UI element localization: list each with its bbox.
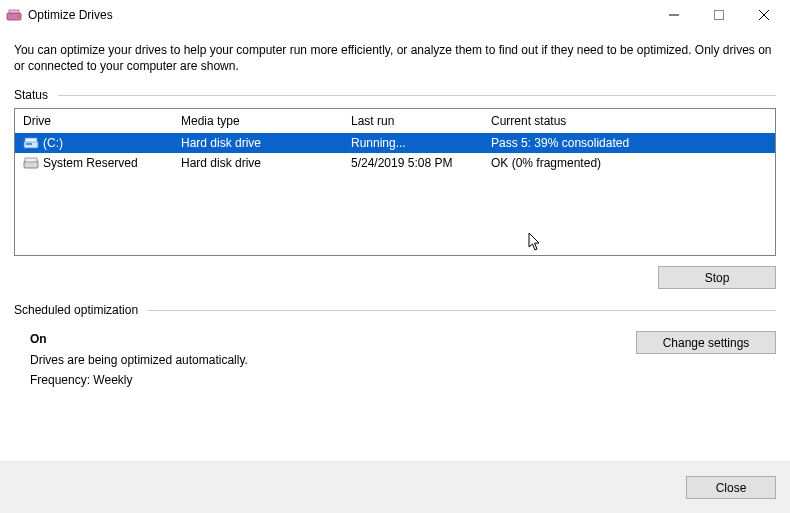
cell-status: OK (0% fragmented) xyxy=(489,154,771,172)
close-button[interactable] xyxy=(741,0,786,30)
minimize-button[interactable] xyxy=(651,0,696,30)
cell-status: Pass 5: 39% consolidated xyxy=(489,134,771,152)
svg-point-2 xyxy=(17,16,19,18)
cell-lastrun: Running... xyxy=(349,134,489,152)
window-title: Optimize Drives xyxy=(28,8,113,22)
titlebar: Optimize Drives xyxy=(0,0,790,30)
app-icon xyxy=(6,7,22,23)
maximize-button[interactable] xyxy=(696,0,741,30)
cell-drive: (C:) xyxy=(43,136,63,150)
status-section-header: Status xyxy=(14,88,776,102)
col-header-status[interactable]: Current status xyxy=(489,110,771,132)
table-row[interactable]: (C:) Hard disk drive Running... Pass 5: … xyxy=(15,133,775,153)
drives-listview[interactable]: Drive Media type Last run Current status… xyxy=(14,108,776,256)
cell-lastrun: 5/24/2019 5:08 PM xyxy=(349,154,489,172)
scheduled-section-header: Scheduled optimization xyxy=(14,303,776,317)
cell-media: Hard disk drive xyxy=(179,134,349,152)
scheduled-text: On Drives are being optimized automatica… xyxy=(30,329,636,390)
svg-rect-9 xyxy=(26,143,32,145)
scheduled-body: On Drives are being optimized automatica… xyxy=(14,323,776,390)
drive-icon xyxy=(23,156,39,170)
stop-button[interactable]: Stop xyxy=(658,266,776,289)
col-header-media[interactable]: Media type xyxy=(179,110,349,132)
svg-rect-11 xyxy=(25,158,37,162)
table-row[interactable]: System Reserved Hard disk drive 5/24/201… xyxy=(15,153,775,173)
content-area: You can optimize your drives to help you… xyxy=(0,30,790,461)
listview-header: Drive Media type Last run Current status xyxy=(15,109,775,133)
scheduled-label: Scheduled optimization xyxy=(14,303,138,317)
close-dialog-button[interactable]: Close xyxy=(686,476,776,499)
col-header-lastrun[interactable]: Last run xyxy=(349,110,489,132)
change-settings-button[interactable]: Change settings xyxy=(636,331,776,354)
divider xyxy=(58,95,776,96)
cell-media: Hard disk drive xyxy=(179,154,349,172)
svg-rect-8 xyxy=(25,138,37,142)
scheduled-frequency: Frequency: Weekly xyxy=(30,370,636,390)
divider xyxy=(148,310,776,311)
scheduled-state: On xyxy=(30,329,636,349)
scheduled-desc: Drives are being optimized automatically… xyxy=(30,350,636,370)
cell-drive: System Reserved xyxy=(43,156,138,170)
svg-rect-4 xyxy=(714,11,723,20)
intro-text: You can optimize your drives to help you… xyxy=(14,36,776,88)
status-actions: Stop xyxy=(14,264,776,303)
optimize-drives-window: Optimize Drives You can optimize your dr… xyxy=(0,0,790,513)
status-label: Status xyxy=(14,88,48,102)
dialog-footer: Close xyxy=(0,461,790,513)
col-header-drive[interactable]: Drive xyxy=(21,110,179,132)
drive-icon xyxy=(23,136,39,150)
svg-rect-1 xyxy=(9,10,19,13)
